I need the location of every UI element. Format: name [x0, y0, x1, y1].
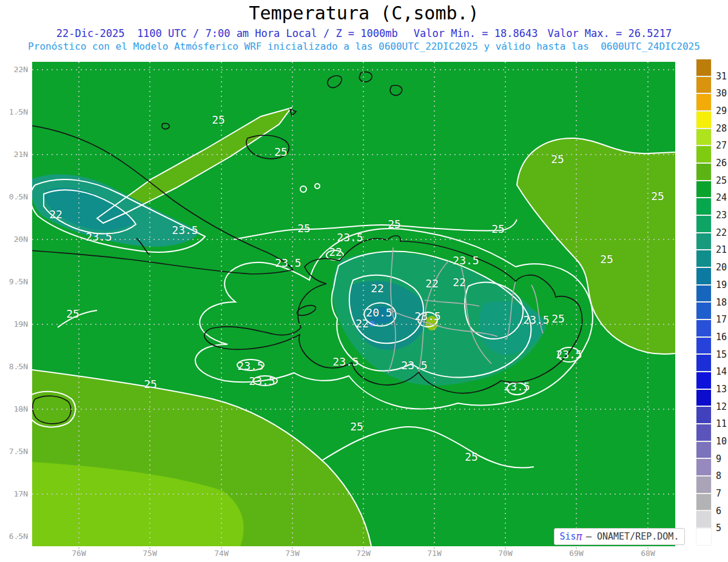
- colorbar-tick-label: 17: [716, 314, 728, 325]
- colorbar-cell: [696, 441, 712, 459]
- colorbar-cell: [696, 372, 712, 389]
- map-layers: [21, 62, 675, 546]
- colorbar-tick-label: 13: [716, 384, 728, 395]
- colorbar-cell: [696, 389, 712, 407]
- x-tick-label: 75W: [132, 549, 168, 558]
- colorbar-tick-label: 11: [716, 418, 728, 429]
- credit-badge: Sisπ– ONAMET/REP.DOM.: [554, 528, 685, 545]
- colorbar-cell: [696, 111, 712, 129]
- x-tick-label: 72W: [345, 549, 382, 558]
- contour-label: 23.5: [332, 355, 359, 368]
- colorbar-cell: [696, 233, 712, 250]
- x-tick-label: 73W: [274, 549, 311, 558]
- contour-label: 22: [49, 208, 62, 221]
- colorbar-cell: [696, 198, 712, 215]
- colorbar-tick-label: 15: [716, 349, 728, 360]
- y-tick-label: 7.5N: [0, 447, 28, 456]
- colorbar-cell: [696, 129, 712, 146]
- colorbar-tick-label: 8: [716, 470, 728, 481]
- contour-label: 23.5: [401, 359, 427, 372]
- colorbar-cell: [696, 215, 712, 233]
- x-tick-label: 69W: [558, 549, 595, 558]
- colorbar: [696, 59, 712, 546]
- colorbar-cell: [696, 406, 712, 424]
- contour-label: 23.5: [556, 348, 582, 361]
- contour-label: 23.5: [249, 375, 275, 387]
- colorbar-cell: [696, 302, 712, 319]
- credit-sis: Sis: [560, 531, 576, 542]
- colorbar-tick-label: 20: [716, 262, 728, 273]
- colorbar-tick-label: 7: [716, 488, 728, 499]
- colorbar-tick-label: 10: [716, 436, 728, 447]
- contour-label: 22: [453, 276, 466, 289]
- x-tick-label: 68W: [630, 549, 666, 558]
- x-tick-label: 74W: [203, 549, 240, 558]
- colorbar-cell: [696, 354, 712, 372]
- x-tick-label: 70W: [487, 549, 524, 558]
- y-tick-label: 1.5N: [0, 107, 28, 116]
- colorbar-tick-label: 23: [716, 210, 728, 221]
- colorbar-cell: [696, 528, 712, 546]
- contour-label: 25: [144, 378, 157, 390]
- colorbar-tick-label: 26: [716, 158, 728, 169]
- colorbar-tick-label: 28: [716, 123, 728, 134]
- contour-label: 23.5: [172, 224, 198, 236]
- colorbar-tick-label: 5: [716, 523, 728, 534]
- colorbar-cell: [696, 319, 712, 337]
- x-tick-label: 71W: [416, 549, 453, 558]
- contour-label: 25: [350, 420, 363, 433]
- colorbar-tick-label: 22: [716, 227, 728, 238]
- contour-label: 25: [66, 307, 79, 320]
- contour-label: 25: [274, 146, 288, 158]
- contour-label: 25: [297, 222, 311, 235]
- contour-label: 25: [551, 153, 564, 166]
- colorbar-tick-label: 14: [716, 366, 728, 377]
- y-tick-label: 20N: [0, 235, 28, 244]
- colorbar-cell: [696, 510, 712, 528]
- contour-label: 25: [600, 253, 613, 266]
- contour-label: 25: [651, 190, 664, 202]
- colorbar-cell: [696, 476, 712, 493]
- colorbar-cell: [696, 285, 712, 303]
- y-tick-label: 19N: [0, 319, 28, 329]
- colorbar-cell: [696, 250, 712, 267]
- contour-label: 23.5: [414, 310, 440, 323]
- map-canvas: [0, 0, 728, 562]
- colorbar-tick-label: 24: [716, 192, 728, 203]
- contour-label: 23.5: [237, 360, 263, 372]
- contour-label: 23.5: [337, 231, 363, 244]
- contour-label: 23.5: [523, 313, 549, 326]
- colorbar-cell: [696, 337, 712, 355]
- colorbar-tick-label: 27: [716, 140, 728, 151]
- contour-label: 23.5: [453, 254, 479, 267]
- colorbar-tick-label: 30: [716, 88, 728, 99]
- colorbar-cell: [696, 181, 712, 198]
- contour-label: 23.5: [86, 230, 112, 243]
- colorbar-cell: [696, 146, 712, 163]
- contour-label: 22: [371, 282, 384, 295]
- credit-org: – ONAMET/REP.DOM.: [586, 531, 679, 542]
- contour-label: 22: [356, 317, 369, 330]
- colorbar-cell: [696, 267, 712, 285]
- colorbar-tick-label: 21: [716, 244, 728, 255]
- colorbar-cell: [696, 76, 712, 94]
- x-tick-label: 76W: [61, 549, 97, 558]
- colorbar-tick-label: 19: [716, 279, 728, 290]
- contour-label: 20.5: [366, 306, 392, 319]
- contour-label: 22: [425, 277, 439, 290]
- contour-label: 25: [491, 222, 505, 235]
- colorbar-tick-label: 25: [716, 175, 728, 186]
- colorbar-tick-label: 31: [716, 71, 728, 82]
- colorbar-cell: [696, 458, 712, 476]
- colorbar-cell: [696, 493, 712, 511]
- y-tick-label: 18N: [0, 404, 28, 413]
- colorbar-tick-label: 16: [716, 332, 728, 343]
- colorbar-tick-label: 9: [716, 453, 728, 464]
- contour-label: 22: [329, 246, 342, 258]
- colorbar-tick-label: 18: [716, 297, 728, 308]
- colorbar-cell: [696, 59, 712, 76]
- colorbar-tick-label: 12: [716, 401, 728, 412]
- y-tick-label: 21N: [0, 150, 28, 159]
- colorbar-tick-label: 29: [716, 105, 728, 116]
- pi-symbol-icon: π: [576, 530, 582, 543]
